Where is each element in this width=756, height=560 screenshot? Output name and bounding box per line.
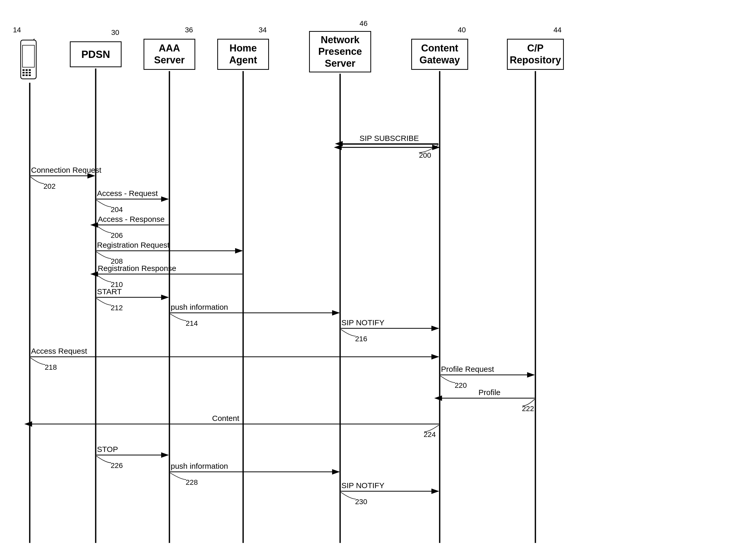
svg-text:206: 206 xyxy=(111,232,123,239)
svg-text:216: 216 xyxy=(355,335,367,343)
cg-ref: 40 xyxy=(458,26,466,34)
home-agent-ref: 34 xyxy=(259,26,267,34)
svg-text:208: 208 xyxy=(111,257,123,265)
svg-rect-9 xyxy=(26,75,28,76)
svg-text:Content: Content xyxy=(212,414,239,422)
svg-text:210: 210 xyxy=(111,281,123,288)
access-response-arrow: Access - Response 206 xyxy=(97,215,168,239)
push-info-2-arrow: push information 228 xyxy=(170,462,339,486)
aaa-node: AAA Server xyxy=(143,39,195,70)
svg-rect-5 xyxy=(22,72,24,74)
svg-text:Registration Request: Registration Request xyxy=(97,241,170,249)
svg-rect-8 xyxy=(22,75,24,76)
svg-rect-6 xyxy=(26,72,28,74)
cpr-ref: 44 xyxy=(554,26,561,34)
profile-arrow: Profile 222 xyxy=(441,388,535,413)
content-arrow: Content 224 xyxy=(31,414,439,439)
svg-text:Connection Request: Connection Request xyxy=(31,166,102,174)
push-info-1-arrow: push information 214 xyxy=(170,303,339,327)
svg-text:230: 230 xyxy=(355,498,367,506)
svg-text:Profile Request: Profile Request xyxy=(441,365,494,373)
svg-text:226: 226 xyxy=(111,461,123,469)
svg-text:Access - Response: Access - Response xyxy=(98,215,164,223)
mobile-device xyxy=(13,34,44,85)
svg-rect-1 xyxy=(22,45,34,67)
svg-rect-7 xyxy=(29,72,31,74)
svg-text:Access Request: Access Request xyxy=(31,347,87,355)
access-request-1-arrow: Access - Request 204 xyxy=(97,189,168,214)
svg-text:200: 200 xyxy=(419,151,431,159)
access-request-2-arrow: Access Request 218 xyxy=(31,347,438,371)
svg-text:SIP SUBSCRIBE: SIP SUBSCRIBE xyxy=(359,134,419,142)
svg-text:224: 224 xyxy=(424,431,436,439)
sip-subscribe-arrow: SIP SUBSCRIBE 200 xyxy=(342,134,438,159)
sip-notify-1-arrow: SIP NOTIFY 216 xyxy=(341,318,438,343)
svg-text:228: 228 xyxy=(186,478,198,486)
svg-text:222: 222 xyxy=(522,405,534,413)
nps-node: Network Presence Server xyxy=(309,31,371,73)
svg-text:Access - Request: Access - Request xyxy=(97,189,158,198)
profile-request-arrow: Profile Request 220 xyxy=(440,365,534,389)
svg-rect-2 xyxy=(22,69,24,71)
svg-text:220: 220 xyxy=(455,381,467,389)
nps-ref: 46 xyxy=(359,19,367,28)
registration-request-arrow: Registration Request 208 xyxy=(97,241,242,265)
pdsn-ref: 30 xyxy=(111,28,119,37)
home-agent-node: Home Agent xyxy=(217,39,269,70)
svg-text:START: START xyxy=(97,287,122,296)
registration-response-arrow: Registration Response 210 xyxy=(97,264,242,288)
svg-text:218: 218 xyxy=(45,363,57,371)
cg-node: Content Gateway xyxy=(411,39,468,70)
svg-rect-10 xyxy=(29,75,31,76)
svg-text:204: 204 xyxy=(111,205,123,214)
mobile-ref: 14 xyxy=(13,26,21,34)
aaa-ref: 36 xyxy=(185,26,193,34)
svg-rect-3 xyxy=(26,69,28,71)
sip-notify-2-arrow: SIP NOTIFY 230 xyxy=(341,481,438,506)
svg-text:Profile: Profile xyxy=(478,388,500,397)
svg-text:push information: push information xyxy=(171,303,228,311)
svg-rect-4 xyxy=(29,69,31,71)
svg-text:212: 212 xyxy=(111,304,123,312)
svg-text:202: 202 xyxy=(43,182,56,190)
svg-text:push information: push information xyxy=(171,462,228,470)
svg-text:214: 214 xyxy=(186,319,198,327)
pdsn-node: PDSN xyxy=(70,41,122,67)
connection-request-arrow: Connection Request 202 xyxy=(31,166,102,190)
stop-arrow: STOP 226 xyxy=(97,445,168,469)
start-arrow: START 212 xyxy=(97,287,168,312)
svg-text:SIP NOTIFY: SIP NOTIFY xyxy=(341,481,384,490)
svg-text:SIP NOTIFY: SIP NOTIFY xyxy=(341,318,384,327)
svg-text:STOP: STOP xyxy=(97,445,118,454)
svg-text:Registration Response: Registration Response xyxy=(98,264,176,273)
cpr-node: C/P Repository xyxy=(507,39,564,70)
